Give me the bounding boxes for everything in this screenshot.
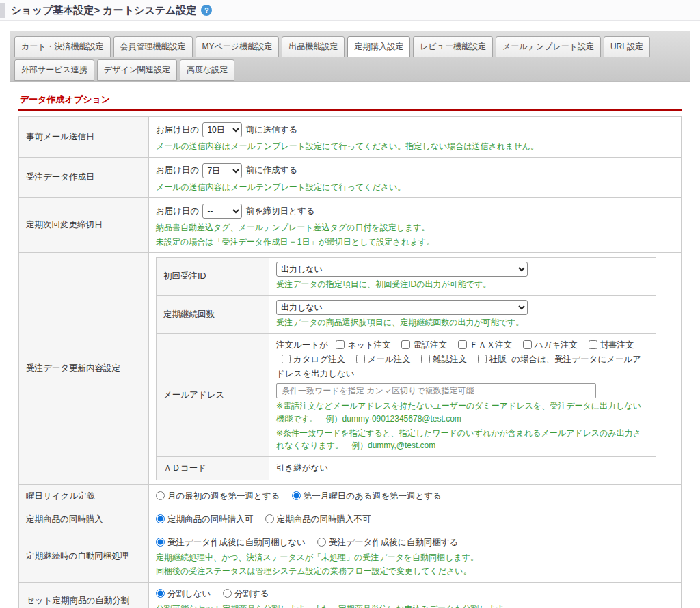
checkbox-input[interactable] xyxy=(458,340,467,349)
checkbox-label: メール注文 xyxy=(368,355,411,364)
row-label: ＡＤコード xyxy=(157,456,269,480)
order-route-checkbox-postcard[interactable]: ハガキ注文 xyxy=(523,340,578,350)
radio-simultaneous-allowed[interactable]: 定期商品の同時購入可 xyxy=(156,514,253,524)
tab-subscription[interactable]: 定期購入設定 xyxy=(347,36,410,57)
checkbox-input[interactable] xyxy=(523,340,532,349)
radio-label: 受注データ作成後に自動同梱しない xyxy=(167,538,306,547)
continue-count-select[interactable]: 出力しない xyxy=(276,300,528,315)
update-settings-table: 初回受注ID 出力しない 受注データの指定項目に、初回受注IDの出力が可能です。… xyxy=(156,257,656,480)
order-route-checkbox-internal[interactable]: 社販 xyxy=(478,355,507,364)
suffix-text: 前に作成する xyxy=(245,165,297,176)
radio-label: 定期商品の同時購入不可 xyxy=(277,514,371,524)
tab-url[interactable]: URL設定 xyxy=(604,36,650,57)
radio-label: 分割する xyxy=(234,589,269,598)
row-label: 定期次回変更締切日 xyxy=(19,198,149,253)
checkbox-input[interactable] xyxy=(478,355,487,363)
first-order-id-select[interactable]: 出力しない xyxy=(276,262,528,277)
row-label: メールアドレス xyxy=(157,333,269,456)
checkbox-input[interactable] xyxy=(589,340,597,349)
checkbox-input[interactable] xyxy=(401,340,410,349)
radio-input[interactable] xyxy=(292,491,301,500)
radio-label: 月の最初の週を第一週とする xyxy=(167,491,280,501)
tab-cart-payment[interactable]: カート・決済機能設定 xyxy=(14,36,111,57)
tab-content: データ作成オプション 事前メール送信日 お届け日の 10日 前に送信する メール… xyxy=(10,82,690,608)
radio-split[interactable]: 分割する xyxy=(223,589,269,598)
tab-member-management[interactable]: 会員管理機能設定 xyxy=(113,36,193,57)
radio-first-monday-week[interactable]: 第一月曜日のある週を第一週とする xyxy=(292,491,442,501)
row-label: セット定期商品の自動分割 xyxy=(19,582,149,608)
radio-label: 受注データ作成後に自動同梱する xyxy=(329,538,458,547)
page-title: ショップ基本設定> カートシステム設定 xyxy=(11,4,196,17)
radio-input[interactable] xyxy=(317,538,326,547)
tab-mypage[interactable]: MYページ機能設定 xyxy=(196,36,280,57)
nested-table-cell: 初回受注ID 出力しない 受注データの指定項目に、初回受注IDの出力が可能です。… xyxy=(149,253,682,484)
checkbox-input[interactable] xyxy=(336,340,345,349)
order-route-checkbox-magazine[interactable]: 雑誌注文 xyxy=(421,355,467,364)
row-value-cell: 月の最初の週を第一週とする 第一月曜日のある週を第一週とする xyxy=(149,484,682,508)
match-word-input[interactable] xyxy=(276,383,596,398)
checkbox-label: 電話注文 xyxy=(413,340,447,350)
order-route-checkbox-catalog[interactable]: カタログ注文 xyxy=(282,355,345,364)
order-route-checkbox-letter[interactable]: 封書注文 xyxy=(589,340,634,350)
ad-code-value: 引き継がない xyxy=(276,463,328,473)
checkbox-input[interactable] xyxy=(421,355,430,363)
deadline-days-select[interactable]: -- xyxy=(202,204,242,219)
row-value-cell: 定期商品の同時購入可 定期商品の同時購入不可 xyxy=(149,508,682,531)
tab-external-service[interactable]: 外部サービス連携 xyxy=(14,59,94,81)
row-value-cell: お届け日の 7日 前に作成する メールの送信内容はメールテンプレート設定にて行っ… xyxy=(149,157,682,198)
settings-panel: カート・決済機能設定 会員管理機能設定 MYページ機能設定 出品機能設定 定期購… xyxy=(10,31,690,608)
radio-group-week-cycle: 月の最初の週を第一週とする 第一月曜日のある週を第一週とする xyxy=(156,489,674,503)
radio-simultaneous-not-allowed[interactable]: 定期商品の同時購入不可 xyxy=(265,514,371,524)
help-icon[interactable]: ? xyxy=(201,5,212,16)
checkbox-label: 雑誌注文 xyxy=(433,355,467,364)
note-text: 分割可能なセット定期商品を分割します。また、定期商品単位にお申込みデータも分割し… xyxy=(156,603,674,608)
row-label: 定期継続回数 xyxy=(157,295,269,333)
radio-auto-bundle[interactable]: 受注データ作成後に自動同梱する xyxy=(317,538,458,547)
radio-label: 第一月曜日のある週を第一週とする xyxy=(304,491,442,501)
row-value-cell: 出力しない 受注データの指定項目に、初回受注IDの出力が可能です。 xyxy=(269,258,656,296)
prefix-text: お届け日の xyxy=(156,165,199,176)
tab-advanced[interactable]: 高度な設定 xyxy=(180,59,234,81)
radio-no-split[interactable]: 分割しない xyxy=(156,589,211,598)
radio-first-week-of-month[interactable]: 月の最初の週を第一週とする xyxy=(156,491,280,501)
radio-no-auto-bundle[interactable]: 受注データ作成後に自動同梱しない xyxy=(156,538,306,547)
order-route-checkbox-fax[interactable]: ＦＡＸ注文 xyxy=(458,340,513,350)
advance-mail-days-select[interactable]: 10日 xyxy=(202,122,242,137)
radio-input[interactable] xyxy=(156,514,165,523)
tab-design[interactable]: デザイン関連設定 xyxy=(97,59,177,81)
row-mail-address: メールアドレス 注文ルートが ネット注文 電話注文 ＦＡＸ注文 ハガキ注文 封書… xyxy=(157,333,656,456)
row-value-cell: 引き継がない xyxy=(269,456,656,480)
row-advance-mail: 事前メール送信日 お届け日の 10日 前に送信する メールの送信内容はメールテン… xyxy=(19,117,682,158)
order-route-checkbox-phone[interactable]: 電話注文 xyxy=(401,340,447,350)
radio-input[interactable] xyxy=(265,514,274,523)
row-label: 曜日サイクル定義 xyxy=(19,484,149,508)
note-text: 定期継続処理中、かつ、決済ステータスが「未処理」の受注データを自動同梱します。 xyxy=(156,551,674,564)
row-auto-split: セット定期商品の自動分割 分割しない 分割する 分割可能なセット定期商品を分割し… xyxy=(19,582,682,608)
radio-input[interactable] xyxy=(223,589,232,598)
checkbox-input[interactable] xyxy=(282,355,291,363)
checkbox-input[interactable] xyxy=(356,355,365,363)
note-text: メールの送信内容はメールテンプレート設定にて行ってください。 xyxy=(156,181,674,194)
order-data-days-select[interactable]: 7日 xyxy=(202,163,242,178)
note-text: 未設定の場合は「受注データ作成日 − 1日」が締切日として設定されます。 xyxy=(156,236,674,249)
tab-review[interactable]: レビュー機能設定 xyxy=(413,36,493,57)
tab-listing[interactable]: 出品機能設定 xyxy=(282,36,345,57)
order-route-checkbox-mail[interactable]: メール注文 xyxy=(356,355,411,364)
radio-input[interactable] xyxy=(156,538,165,547)
control-line: お届け日の -- 前を締切日とする xyxy=(156,202,674,220)
lead-text: 注文ルートが xyxy=(276,340,328,350)
radio-input[interactable] xyxy=(156,589,165,598)
row-change-deadline: 定期次回変更締切日 お届け日の -- 前を締切日とする 納品書自動差込タグ、メー… xyxy=(19,198,682,253)
note-text: 受注データの指定項目に、初回受注IDの出力が可能です。 xyxy=(276,278,649,291)
row-value-cell: 受注データ作成後に自動同梱しない 受注データ作成後に自動同梱する 定期継続処理中… xyxy=(149,531,682,582)
note-text: 同梱後の受注ステータスは管理システム設定の業務フロー設定で変更してください。 xyxy=(156,565,674,578)
tab-mail-template[interactable]: メールテンプレート設定 xyxy=(496,36,601,57)
row-value-cell: お届け日の -- 前を締切日とする 納品書自動差込タグ、メールテンプレート差込タ… xyxy=(149,198,682,253)
row-order-data-creation: 受注データ作成日 お届け日の 7日 前に作成する メールの送信内容はメールテンプ… xyxy=(19,157,682,198)
checkbox-label: ハガキ注文 xyxy=(535,340,578,350)
suffix-text: 前に送信する xyxy=(245,124,297,136)
order-route-checkbox-net[interactable]: ネット注文 xyxy=(336,340,390,350)
note-text: 受注データの商品選択肢項目に、定期継続回数の出力が可能です。 xyxy=(276,316,649,329)
radio-input[interactable] xyxy=(156,491,165,500)
note-text: メールの送信内容はメールテンプレート設定にて行ってください。指定しない場合は送信… xyxy=(156,140,674,153)
